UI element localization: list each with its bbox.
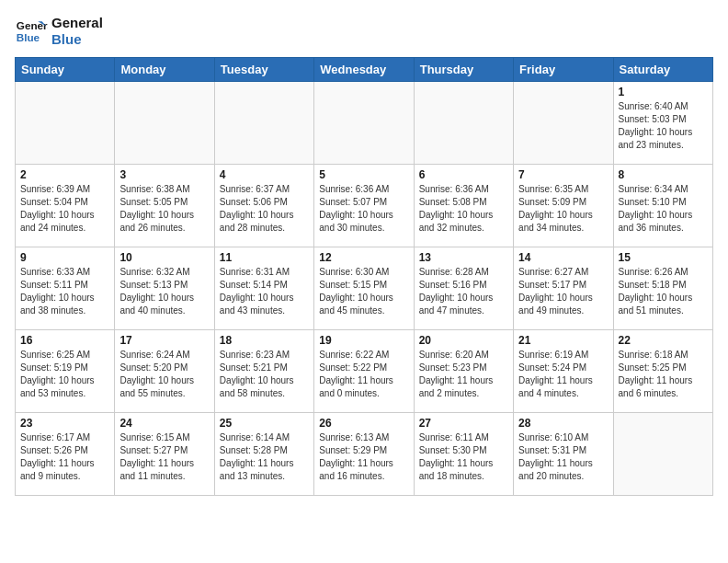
weekday-header-tuesday: Tuesday (214, 58, 313, 82)
weekday-header-friday: Friday (514, 58, 613, 82)
day-info: Sunrise: 6:34 AM Sunset: 5:10 PM Dayligh… (619, 183, 708, 235)
day-number: 3 (119, 168, 209, 181)
calendar-cell: 20Sunrise: 6:20 AM Sunset: 5:23 PM Dayli… (414, 330, 513, 413)
day-info: Sunrise: 6:36 AM Sunset: 5:08 PM Dayligh… (419, 183, 508, 235)
day-number: 14 (518, 251, 608, 264)
day-number: 6 (419, 168, 508, 181)
day-number: 15 (619, 251, 708, 264)
calendar-cell: 8Sunrise: 6:34 AM Sunset: 5:10 PM Daylig… (613, 165, 712, 247)
logo-icon: General Blue (15, 15, 48, 48)
day-info: Sunrise: 6:26 AM Sunset: 5:18 PM Dayligh… (619, 266, 708, 317)
weekday-header-thursday: Thursday (414, 58, 513, 82)
calendar-cell: 13Sunrise: 6:28 AM Sunset: 5:16 PM Dayli… (414, 247, 513, 330)
day-number: 10 (119, 251, 209, 264)
calendar-cell: 26Sunrise: 6:13 AM Sunset: 5:29 PM Dayli… (314, 413, 414, 496)
calendar-cell: 15Sunrise: 6:26 AM Sunset: 5:18 PM Dayli… (613, 247, 712, 330)
day-number: 13 (419, 251, 508, 264)
calendar-cell: 22Sunrise: 6:18 AM Sunset: 5:25 PM Dayli… (613, 330, 712, 413)
svg-text:General: General (17, 19, 48, 31)
day-number: 21 (518, 334, 608, 347)
day-info: Sunrise: 6:39 AM Sunset: 5:04 PM Dayligh… (20, 183, 109, 235)
day-info: Sunrise: 6:20 AM Sunset: 5:23 PM Dayligh… (419, 349, 508, 400)
calendar-cell: 7Sunrise: 6:35 AM Sunset: 5:09 PM Daylig… (514, 165, 613, 247)
calendar-cell: 14Sunrise: 6:27 AM Sunset: 5:17 PM Dayli… (514, 247, 613, 330)
calendar-cell: 4Sunrise: 6:37 AM Sunset: 5:06 PM Daylig… (214, 165, 313, 247)
calendar-cell: 27Sunrise: 6:11 AM Sunset: 5:30 PM Dayli… (414, 413, 513, 496)
calendar-cell: 12Sunrise: 6:30 AM Sunset: 5:15 PM Dayli… (314, 247, 414, 330)
day-info: Sunrise: 6:37 AM Sunset: 5:06 PM Dayligh… (220, 183, 309, 235)
calendar-cell (115, 82, 214, 165)
logo: General Blue General Blue (15, 15, 103, 48)
day-info: Sunrise: 6:31 AM Sunset: 5:14 PM Dayligh… (220, 266, 309, 317)
weekday-header-row: SundayMondayTuesdayWednesdayThursdayFrid… (16, 58, 713, 82)
day-number: 20 (419, 334, 508, 347)
calendar-cell (16, 82, 115, 165)
svg-text:Blue: Blue (17, 31, 40, 43)
weekday-header-wednesday: Wednesday (314, 58, 414, 82)
calendar-cell: 5Sunrise: 6:36 AM Sunset: 5:07 PM Daylig… (314, 165, 414, 247)
calendar-cell: 3Sunrise: 6:38 AM Sunset: 5:05 PM Daylig… (115, 165, 214, 247)
day-number: 17 (119, 334, 209, 347)
logo-general: General (51, 15, 103, 31)
day-info: Sunrise: 6:23 AM Sunset: 5:21 PM Dayligh… (220, 349, 309, 400)
calendar-week-4: 16Sunrise: 6:25 AM Sunset: 5:19 PM Dayli… (16, 330, 713, 413)
day-number: 25 (220, 417, 309, 430)
calendar-cell: 6Sunrise: 6:36 AM Sunset: 5:08 PM Daylig… (414, 165, 513, 247)
day-number: 26 (319, 417, 408, 430)
day-info: Sunrise: 6:19 AM Sunset: 5:24 PM Dayligh… (518, 349, 608, 400)
day-info: Sunrise: 6:13 AM Sunset: 5:29 PM Dayligh… (319, 431, 408, 483)
day-number: 19 (319, 334, 408, 347)
day-info: Sunrise: 6:17 AM Sunset: 5:26 PM Dayligh… (20, 431, 109, 483)
calendar-cell: 25Sunrise: 6:14 AM Sunset: 5:28 PM Dayli… (214, 413, 313, 496)
day-number: 27 (419, 417, 508, 430)
day-info: Sunrise: 6:18 AM Sunset: 5:25 PM Dayligh… (619, 349, 708, 400)
calendar-cell (414, 82, 513, 165)
day-number: 8 (619, 168, 708, 181)
day-info: Sunrise: 6:10 AM Sunset: 5:31 PM Dayligh… (518, 431, 608, 483)
day-number: 22 (619, 334, 708, 347)
day-info: Sunrise: 6:33 AM Sunset: 5:11 PM Dayligh… (20, 266, 109, 317)
day-number: 24 (119, 417, 209, 430)
calendar-cell: 18Sunrise: 6:23 AM Sunset: 5:21 PM Dayli… (214, 330, 313, 413)
day-info: Sunrise: 6:22 AM Sunset: 5:22 PM Dayligh… (319, 349, 408, 400)
day-info: Sunrise: 6:11 AM Sunset: 5:30 PM Dayligh… (419, 431, 508, 483)
day-info: Sunrise: 6:28 AM Sunset: 5:16 PM Dayligh… (419, 266, 508, 317)
calendar-cell: 10Sunrise: 6:32 AM Sunset: 5:13 PM Dayli… (115, 247, 214, 330)
weekday-header-monday: Monday (115, 58, 214, 82)
day-info: Sunrise: 6:24 AM Sunset: 5:20 PM Dayligh… (119, 349, 209, 400)
calendar-cell: 24Sunrise: 6:15 AM Sunset: 5:27 PM Dayli… (115, 413, 214, 496)
day-number: 18 (220, 334, 309, 347)
day-number: 23 (20, 417, 109, 430)
page-header: General Blue General Blue (15, 15, 713, 48)
calendar-cell (214, 82, 313, 165)
day-number: 4 (220, 168, 309, 181)
weekday-header-sunday: Sunday (16, 58, 115, 82)
day-number: 28 (518, 417, 608, 430)
calendar-cell: 11Sunrise: 6:31 AM Sunset: 5:14 PM Dayli… (214, 247, 313, 330)
day-info: Sunrise: 6:25 AM Sunset: 5:19 PM Dayligh… (20, 349, 109, 400)
day-info: Sunrise: 6:35 AM Sunset: 5:09 PM Dayligh… (518, 183, 608, 235)
day-number: 11 (220, 251, 309, 264)
calendar-cell (514, 82, 613, 165)
calendar-cell: 23Sunrise: 6:17 AM Sunset: 5:26 PM Dayli… (16, 413, 115, 496)
calendar-week-3: 9Sunrise: 6:33 AM Sunset: 5:11 PM Daylig… (16, 247, 713, 330)
day-number: 16 (20, 334, 109, 347)
calendar-cell (613, 413, 712, 496)
day-number: 1 (619, 86, 708, 98)
weekday-header-saturday: Saturday (613, 58, 712, 82)
calendar-cell: 9Sunrise: 6:33 AM Sunset: 5:11 PM Daylig… (16, 247, 115, 330)
day-info: Sunrise: 6:30 AM Sunset: 5:15 PM Dayligh… (319, 266, 408, 317)
calendar-table: SundayMondayTuesdayWednesdayThursdayFrid… (15, 57, 713, 496)
day-number: 9 (20, 251, 109, 264)
day-info: Sunrise: 6:15 AM Sunset: 5:27 PM Dayligh… (119, 431, 209, 483)
calendar-week-1: 1Sunrise: 6:40 AM Sunset: 5:03 PM Daylig… (16, 82, 713, 165)
calendar-cell: 28Sunrise: 6:10 AM Sunset: 5:31 PM Dayli… (514, 413, 613, 496)
day-info: Sunrise: 6:32 AM Sunset: 5:13 PM Dayligh… (119, 266, 209, 317)
day-info: Sunrise: 6:38 AM Sunset: 5:05 PM Dayligh… (119, 183, 209, 235)
day-info: Sunrise: 6:36 AM Sunset: 5:07 PM Dayligh… (319, 183, 408, 235)
day-number: 12 (319, 251, 408, 264)
calendar-cell: 19Sunrise: 6:22 AM Sunset: 5:22 PM Dayli… (314, 330, 414, 413)
calendar-cell: 2Sunrise: 6:39 AM Sunset: 5:04 PM Daylig… (16, 165, 115, 247)
day-number: 5 (319, 168, 408, 181)
calendar-cell: 21Sunrise: 6:19 AM Sunset: 5:24 PM Dayli… (514, 330, 613, 413)
